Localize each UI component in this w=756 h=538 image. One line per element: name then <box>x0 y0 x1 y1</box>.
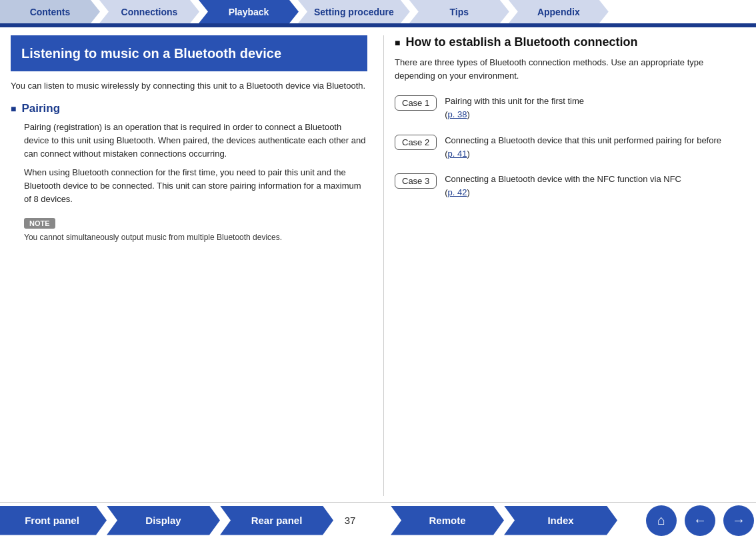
pairing-body-2: When using Bluetooth connection for the … <box>11 166 367 206</box>
tab-contents[interactable]: Contents <box>0 0 100 23</box>
case-1-badge: Case 1 <box>395 95 437 111</box>
case-3-link[interactable]: p. 42 <box>448 187 467 197</box>
case-3-row: Case 3 Connecting a Bluetooth device wit… <box>395 173 745 199</box>
tab-connections[interactable]: Connections <box>99 0 199 23</box>
bottom-icon-buttons: ⌂ ← → <box>644 505 756 536</box>
left-column: Listening to music on a Bluetooth device… <box>11 35 381 496</box>
home-button[interactable]: ⌂ <box>646 505 677 536</box>
case-2-link[interactable]: p. 41 <box>448 149 467 159</box>
case-2-row: Case 2 Connecting a Bluetooth device tha… <box>395 134 745 161</box>
rear-panel-button[interactable]: Rear panel <box>220 506 333 535</box>
bottom-left-buttons: Front panel Display Rear panel <box>0 506 333 535</box>
index-button[interactable]: Index <box>504 506 617 535</box>
tab-bar: Contents Connections Playback Setting pr… <box>0 0 756 25</box>
main-content: Listening to music on a Bluetooth device… <box>0 27 756 504</box>
bottom-center-buttons: Remote Index <box>367 506 641 535</box>
tab-setting-procedure[interactable]: Setting procedure <box>298 0 410 23</box>
display-button[interactable]: Display <box>107 506 220 535</box>
pairing-heading: Pairing <box>11 102 367 115</box>
column-divider <box>383 35 384 496</box>
bottom-bar: Front panel Display Rear panel 37 Remote… <box>0 502 756 538</box>
section-title: Listening to music on a Bluetooth device <box>11 35 367 71</box>
tab-tips[interactable]: Tips <box>409 0 509 23</box>
case-1-row: Case 1 Pairing with this unit for the fi… <box>395 95 745 121</box>
back-button[interactable]: ← <box>685 505 715 536</box>
tab-playback[interactable]: Playback <box>199 0 299 23</box>
right-heading: How to establish a Bluetooth connection <box>395 35 745 49</box>
note-badge: NOTE <box>24 218 55 229</box>
page-number: 37 <box>333 515 367 526</box>
forward-button[interactable]: → <box>723 505 754 536</box>
case-1-link[interactable]: p. 38 <box>448 109 467 119</box>
case-3-badge: Case 3 <box>395 173 437 189</box>
case-2-text: Connecting a Bluetooth device that this … <box>445 134 721 161</box>
remote-button[interactable]: Remote <box>391 506 504 535</box>
right-intro: There are three types of Bluetooth conne… <box>395 56 745 83</box>
note-text: You cannot simultaneously output music f… <box>11 233 367 242</box>
intro-paragraph: You can listen to music wirelessly by co… <box>11 79 367 93</box>
case-3-text: Connecting a Bluetooth device with the N… <box>445 173 681 199</box>
right-column: How to establish a Bluetooth connection … <box>387 35 745 496</box>
pairing-body-1: Pairing (registration) is an operation t… <box>11 121 367 161</box>
tab-appendix[interactable]: Appendix <box>509 0 609 23</box>
front-panel-button[interactable]: Front panel <box>0 506 107 535</box>
case-1-text: Pairing with this unit for the first tim… <box>445 95 584 121</box>
case-2-badge: Case 2 <box>395 135 437 150</box>
